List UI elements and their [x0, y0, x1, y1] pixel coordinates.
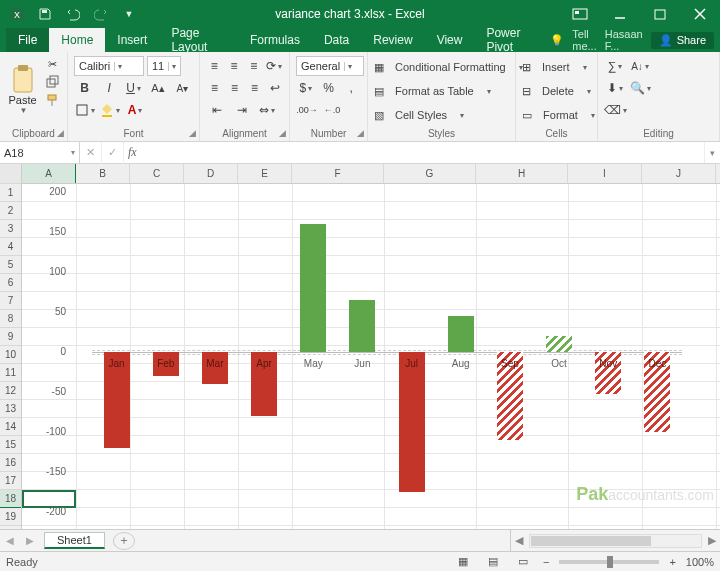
row-header[interactable]: 12: [0, 382, 21, 400]
font-name-combo[interactable]: Calibri▾: [74, 56, 144, 76]
zoom-in-button[interactable]: +: [669, 556, 675, 568]
column-header[interactable]: I: [568, 164, 642, 183]
row-header[interactable]: 18: [0, 490, 21, 508]
format-painter-icon[interactable]: [43, 92, 61, 108]
accounting-format-icon[interactable]: $▾: [296, 78, 316, 98]
ribbon-display-icon[interactable]: [560, 0, 600, 28]
increase-decimal-icon[interactable]: .00→: [296, 100, 318, 120]
paste-button[interactable]: Paste ▼: [6, 56, 39, 122]
save-icon[interactable]: [34, 3, 56, 25]
column-header[interactable]: B: [76, 164, 130, 183]
undo-icon[interactable]: [62, 3, 84, 25]
signed-in-user[interactable]: Hasaan F...: [605, 28, 643, 52]
delete-cells-button[interactable]: ⊟ Delete ▾: [522, 80, 591, 102]
grid-body[interactable]: 200150100500-50-100-150-200JanFebMarAprM…: [22, 184, 720, 529]
font-size-combo[interactable]: 11▾: [147, 56, 181, 76]
tab-view[interactable]: View: [425, 28, 475, 52]
row-header[interactable]: 9: [0, 328, 21, 346]
conditional-formatting-button[interactable]: ▦ Conditional Formatting ▾: [374, 56, 509, 78]
bold-button[interactable]: B: [74, 78, 95, 98]
align-right-icon[interactable]: ≡: [246, 78, 263, 98]
align-bottom-icon[interactable]: ≡: [245, 56, 262, 76]
orientation-icon[interactable]: ⟳▾: [265, 56, 283, 76]
column-header[interactable]: E: [238, 164, 292, 183]
column-header[interactable]: J: [642, 164, 716, 183]
cut-icon[interactable]: ✂: [43, 56, 61, 72]
decrease-font-icon[interactable]: A▾: [172, 78, 193, 98]
zoom-slider[interactable]: [559, 560, 659, 564]
tab-data[interactable]: Data: [312, 28, 361, 52]
row-header[interactable]: 4: [0, 238, 21, 256]
decrease-indent-icon[interactable]: ⇤: [206, 100, 228, 120]
align-middle-icon[interactable]: ≡: [226, 56, 243, 76]
align-left-icon[interactable]: ≡: [206, 78, 223, 98]
fill-icon[interactable]: ⬇▾: [604, 78, 626, 98]
format-cells-button[interactable]: ▭ Format ▾: [522, 104, 591, 126]
row-header[interactable]: 8: [0, 310, 21, 328]
copy-icon[interactable]: [43, 74, 61, 90]
fill-color-button[interactable]: ▾: [99, 100, 121, 120]
format-as-table-button[interactable]: ▤ Format as Table ▾: [374, 80, 509, 102]
align-center-icon[interactable]: ≡: [226, 78, 243, 98]
tab-file[interactable]: File: [6, 28, 49, 52]
row-header[interactable]: 14: [0, 418, 21, 436]
close-icon[interactable]: [680, 0, 720, 28]
enter-formula-icon[interactable]: ✓: [102, 142, 124, 164]
minimize-icon[interactable]: [600, 0, 640, 28]
dialog-launcher-icon[interactable]: ◢: [277, 128, 287, 138]
tab-formulas[interactable]: Formulas: [238, 28, 312, 52]
font-color-button[interactable]: A▾: [124, 100, 146, 120]
decrease-decimal-icon[interactable]: ←.0: [321, 100, 343, 120]
share-button[interactable]: 👤Share: [651, 32, 714, 49]
zoom-out-button[interactable]: −: [543, 556, 549, 568]
dialog-launcher-icon[interactable]: ◢: [55, 128, 65, 138]
horizontal-scrollbar[interactable]: ◀ ▶: [510, 530, 720, 551]
clear-icon[interactable]: ⌫▾: [604, 100, 626, 120]
autosum-icon[interactable]: ∑▾: [604, 56, 626, 76]
row-header[interactable]: 1: [0, 184, 21, 202]
row-header[interactable]: 2: [0, 202, 21, 220]
row-header[interactable]: 15: [0, 436, 21, 454]
page-break-view-icon[interactable]: ▭: [513, 554, 533, 570]
name-box[interactable]: A18▾: [0, 142, 80, 163]
underline-button[interactable]: U▾: [123, 78, 144, 98]
column-header[interactable]: A: [22, 164, 76, 183]
column-header[interactable]: C: [130, 164, 184, 183]
dialog-launcher-icon[interactable]: ◢: [355, 128, 365, 138]
wrap-text-icon[interactable]: ↩: [266, 78, 283, 98]
column-header[interactable]: F: [292, 164, 384, 183]
tab-page-layout[interactable]: Page Layout: [159, 28, 238, 52]
border-button[interactable]: ▾: [74, 100, 96, 120]
number-format-combo[interactable]: General▾: [296, 56, 364, 76]
align-top-icon[interactable]: ≡: [206, 56, 223, 76]
page-layout-view-icon[interactable]: ▤: [483, 554, 503, 570]
tab-home[interactable]: Home: [49, 28, 105, 52]
tab-review[interactable]: Review: [361, 28, 424, 52]
find-select-icon[interactable]: 🔍▾: [629, 78, 651, 98]
tell-me[interactable]: Tell me...: [572, 28, 596, 52]
comma-format-icon[interactable]: ,: [341, 78, 361, 98]
sheet-tab-sheet1[interactable]: Sheet1: [44, 532, 105, 549]
normal-view-icon[interactable]: ▦: [453, 554, 473, 570]
add-sheet-button[interactable]: ＋: [113, 532, 135, 550]
merge-center-icon[interactable]: ⇔▾: [256, 100, 278, 120]
maximize-icon[interactable]: [640, 0, 680, 28]
row-header[interactable]: 3: [0, 220, 21, 238]
select-all-triangle[interactable]: [0, 164, 21, 184]
row-header[interactable]: 17: [0, 472, 21, 490]
qat-customize-icon[interactable]: ▼: [118, 3, 140, 25]
row-header[interactable]: 13: [0, 400, 21, 418]
formula-expand-icon[interactable]: ▾: [704, 142, 720, 163]
percent-format-icon[interactable]: %: [319, 78, 339, 98]
cell-styles-button[interactable]: ▧ Cell Styles ▾: [374, 104, 509, 126]
column-header[interactable]: H: [476, 164, 568, 183]
row-header[interactable]: 10: [0, 346, 21, 364]
column-header[interactable]: G: [384, 164, 476, 183]
cancel-formula-icon[interactable]: ✕: [80, 142, 102, 164]
row-header[interactable]: 6: [0, 274, 21, 292]
row-header[interactable]: 19: [0, 508, 21, 526]
italic-button[interactable]: I: [98, 78, 119, 98]
tab-power-pivot[interactable]: Power Pivot: [474, 28, 550, 52]
row-header[interactable]: 16: [0, 454, 21, 472]
dialog-launcher-icon[interactable]: ◢: [187, 128, 197, 138]
